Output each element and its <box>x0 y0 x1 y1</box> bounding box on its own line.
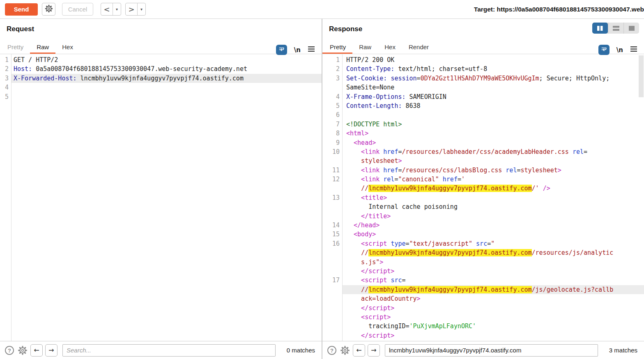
response-match-count: 3 matches <box>600 347 640 354</box>
tab-pretty[interactable]: Pretty <box>322 40 352 54</box>
layout-stacked-button[interactable] <box>608 23 623 34</box>
gear-icon <box>44 4 53 14</box>
forward-history-dropdown[interactable]: ▾ <box>137 3 145 15</box>
code-line: SameSite=None <box>322 83 644 92</box>
tab-hex[interactable]: Hex <box>55 40 80 54</box>
code-text: <body> <box>342 230 644 239</box>
line-number: 9 <box>322 138 342 147</box>
word-wrap-icon <box>278 45 285 55</box>
word-wrap-toggle[interactable] <box>598 45 610 55</box>
line-number <box>322 248 342 257</box>
cancel-button[interactable]: Cancel <box>62 3 93 16</box>
line-number <box>322 258 342 267</box>
code-text: </script> <box>342 331 644 340</box>
tab-render[interactable]: Render <box>402 40 435 54</box>
line-number: 5 <box>0 92 11 101</box>
svg-text:?: ? <box>8 347 11 353</box>
response-editor-icons: \n <box>598 45 637 55</box>
code-line: 1GET / HTTP/2 <box>0 55 322 64</box>
code-line: <script> <box>322 313 644 322</box>
code-text: GET / HTTP/2 <box>11 55 322 64</box>
line-number <box>322 322 342 331</box>
code-line: //lncmbhy1uvw9kjnfa4uggyv7pyvpjf74.oasti… <box>322 184 644 193</box>
scrollbar-thumb[interactable] <box>639 55 644 97</box>
code-line: 4 <box>0 83 322 92</box>
line-number: 13 <box>322 193 342 202</box>
back-button[interactable]: < <box>101 3 113 15</box>
search-settings-gear-icon[interactable] <box>340 345 350 356</box>
code-text: <script type="text/javascript" src=" <box>342 239 644 248</box>
word-wrap-icon <box>600 45 608 55</box>
code-text: </title> <box>342 212 644 221</box>
search-next-button[interactable]: → <box>368 344 380 357</box>
line-number: 3 <box>0 74 11 83</box>
line-number: 16 <box>322 239 342 248</box>
request-match-count: 0 matches <box>278 347 317 354</box>
response-search-input[interactable] <box>385 344 598 357</box>
code-text: Set-Cookie: session=0DYa2Gzt1lHSAhD7YM9a… <box>342 74 644 83</box>
search-next-button[interactable]: → <box>45 344 58 357</box>
line-number: 5 <box>322 101 342 110</box>
tab-pretty[interactable]: Pretty <box>0 40 30 54</box>
help-icon[interactable]: ? <box>4 345 15 356</box>
code-line: 9 <head> <box>322 138 644 147</box>
response-scrollbar[interactable] <box>638 54 644 341</box>
line-number: 2 <box>0 64 11 73</box>
line-number <box>322 184 342 193</box>
code-line: 5 <box>0 92 322 101</box>
line-number: 4 <box>0 83 11 92</box>
show-nonprintable-toggle[interactable]: \n <box>616 46 623 54</box>
code-line: stylesheet> <box>322 156 644 165</box>
request-settings-button[interactable] <box>42 3 55 16</box>
send-button[interactable]: Send <box>5 3 38 16</box>
code-text: <!DOCTYPE html> <box>342 120 644 129</box>
response-editor[interactable]: 1HTTP/2 200 OK2Content-Type: text/html; … <box>322 54 644 341</box>
line-number <box>322 83 342 92</box>
line-number: 8 <box>322 129 342 138</box>
request-editor[interactable]: 1GET / HTTP/22Host: 0a5a008704f680188145… <box>0 54 322 341</box>
search-settings-gear-icon[interactable] <box>17 345 28 356</box>
code-line: 4X-Frame-Options: SAMEORIGIN <box>322 92 644 101</box>
code-line: 2Host: 0a5a008704f680188145753300930047.… <box>0 64 322 73</box>
code-line: 2Content-Type: text/html; charset=utf-8 <box>322 64 644 73</box>
code-line: 13 <title> <box>322 193 644 202</box>
tab-raw[interactable]: Raw <box>352 40 378 54</box>
forward-button[interactable]: > <box>126 3 137 15</box>
response-search-bar: ? ← → 3 ma <box>322 341 644 359</box>
code-text: <html> <box>342 129 644 138</box>
code-line: 6 <box>322 110 644 119</box>
code-line: 1HTTP/2 200 OK <box>322 55 644 64</box>
line-number <box>322 202 342 211</box>
layout-single-button[interactable] <box>623 23 639 34</box>
hamburger-menu-icon[interactable] <box>630 46 637 54</box>
target-url-label: Target: https://0a5a008704f6801881457533… <box>474 6 644 13</box>
code-line: </title> <box>322 212 644 221</box>
code-line: 17 <script src= <box>322 276 644 285</box>
show-nonprintable-toggle[interactable]: \n <box>294 46 301 54</box>
request-search-input[interactable] <box>62 344 276 357</box>
code-text: HTTP/2 200 OK <box>342 55 644 64</box>
line-number <box>322 304 342 313</box>
request-panel: Request PrettyRawHex \n <box>0 19 322 359</box>
code-text: SameSite=None <box>342 83 644 92</box>
line-number: 1 <box>322 55 342 64</box>
back-history-dropdown[interactable]: ▾ <box>113 3 121 15</box>
code-line: 15 <body> <box>322 230 644 239</box>
code-text: Host: 0a5a008704f680188145753300930047.w… <box>11 64 322 73</box>
help-icon[interactable]: ? <box>327 345 337 356</box>
forward-button-group: > ▾ <box>125 3 146 16</box>
tab-raw[interactable]: Raw <box>30 40 55 54</box>
request-editor-icons: \n <box>276 45 315 55</box>
code-text <box>342 110 644 119</box>
search-prev-button[interactable]: ← <box>30 344 43 357</box>
layout-columns-button[interactable] <box>592 23 608 34</box>
code-text: <script> <box>342 313 644 322</box>
hamburger-menu-icon[interactable] <box>308 46 315 54</box>
search-prev-button[interactable]: ← <box>353 344 365 357</box>
word-wrap-toggle[interactable] <box>276 45 287 55</box>
tab-hex[interactable]: Hex <box>378 40 402 54</box>
code-line: </script> <box>322 304 644 313</box>
code-line: 16 <script type="text/javascript" src=" <box>322 239 644 248</box>
request-search-bar: ? ← → 0 ma <box>0 341 322 359</box>
code-text: <link href=/resources/css/labsBlog.css r… <box>342 166 644 175</box>
